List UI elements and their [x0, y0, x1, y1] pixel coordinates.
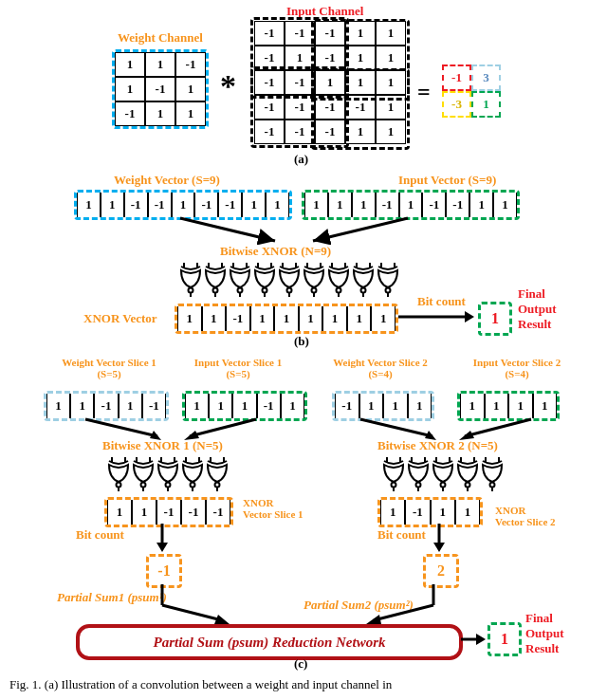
xnor-vector-label: XNOR Vector — [83, 311, 157, 326]
svg-line-22 — [190, 419, 256, 436]
xnor-gate-row-c1 — [106, 453, 230, 491]
svg-point-27 — [141, 483, 146, 488]
cell: 1 — [493, 193, 517, 217]
svg-point-37 — [416, 483, 421, 488]
final-output-c-line3: Result — [525, 641, 559, 656]
cell: 1 — [352, 193, 376, 217]
xnor-gate-icon — [156, 453, 180, 491]
cell: -1 — [335, 394, 359, 418]
cell: -1 — [257, 394, 281, 418]
svg-point-43 — [490, 483, 495, 488]
cell: -1 — [218, 193, 242, 217]
xnor-slice1-label: XNOR Vector Slice 1 — [243, 497, 304, 520]
cell: -1 — [94, 394, 118, 418]
iv1-label: Input Vector Slice 1 (S=5) — [167, 357, 309, 379]
xnor-gate-row — [178, 259, 400, 297]
svg-point-31 — [191, 483, 195, 488]
arrow-icon — [341, 417, 550, 440]
cell: 1 — [119, 394, 142, 418]
final-output-line1: Final — [518, 286, 545, 302]
cell: 1 — [455, 500, 480, 525]
cell: 1 — [274, 306, 299, 331]
cell: 1 — [185, 394, 209, 418]
svg-point-18 — [386, 288, 391, 293]
bitcount-c1-label: Bit count — [76, 527, 124, 543]
svg-point-41 — [466, 483, 470, 488]
result-bl: -3 — [442, 91, 471, 118]
cell: 1 — [266, 193, 289, 217]
cell: 1 — [202, 306, 227, 331]
psum1-label: Partial Sum1 (psum¹) — [57, 590, 167, 605]
figure-caption: Fig. 1. (a) Illustration of a convolutio… — [9, 677, 598, 692]
svg-point-4 — [213, 288, 218, 293]
psum2-box: 2 — [423, 554, 459, 588]
cell: -1 — [156, 500, 181, 525]
xnor-gate-row-c2 — [381, 453, 505, 491]
xnor-gate-icon — [205, 453, 230, 491]
cell: -1 — [115, 101, 145, 126]
final-output-c-line2: Output — [525, 626, 563, 641]
arrow-icon — [66, 417, 275, 440]
arrow-icon — [398, 309, 474, 324]
psum-reduction-label: Partial Sum (psum) Reduction Network — [153, 635, 385, 651]
cell: 1 — [232, 394, 256, 418]
cell: 1 — [431, 500, 455, 525]
xnor-gate-icon — [106, 453, 131, 491]
cell: 1 — [115, 52, 145, 77]
xnor-gate-icon — [351, 259, 376, 297]
xnor-gate-icon — [480, 453, 505, 491]
psum1-value: -1 — [149, 557, 179, 585]
cell: 1 — [107, 500, 132, 525]
cell: -1 — [124, 193, 148, 217]
svg-point-10 — [287, 288, 292, 293]
cell: 1 — [371, 306, 395, 331]
equals-operator: = — [417, 80, 431, 105]
xnor-gate-icon — [131, 453, 156, 491]
xnor-gate-icon — [376, 259, 400, 297]
arrow-icon — [461, 632, 486, 647]
arrow-icon — [360, 584, 440, 626]
bx2-label: Bitwise XNOR 2 (N=5) — [377, 438, 498, 453]
cell: 1 — [299, 306, 323, 331]
svg-line-23 — [360, 419, 432, 436]
cell: -1 — [181, 500, 206, 525]
result-matrix-2x2: -1 3 -3 1 — [442, 64, 501, 118]
cell: 1 — [359, 394, 384, 418]
cell: -1 — [148, 193, 172, 217]
svg-point-25 — [117, 483, 121, 488]
cell: 1 — [485, 394, 509, 418]
svg-point-14 — [337, 288, 341, 293]
svg-line-24 — [465, 419, 531, 436]
cell: -1 — [376, 193, 399, 217]
cell: 1 — [175, 77, 206, 101]
cell: 1 — [250, 306, 275, 331]
bitcount-label-b: Bit count — [417, 294, 466, 309]
svg-point-39 — [441, 483, 446, 488]
cell: 1 — [132, 500, 156, 525]
xnor-gate-icon — [381, 453, 406, 491]
weight-vector-label: Weight Vector (S=9) — [114, 173, 220, 188]
cell: -1 — [226, 306, 250, 331]
wv2-label: Weight Vector Slice 2 (S=4) — [309, 357, 451, 379]
svg-line-48 — [162, 605, 222, 620]
svg-point-29 — [166, 483, 171, 488]
xnor-slice-2: 1 -1 1 1 — [377, 497, 483, 527]
cell: -1 — [405, 500, 430, 525]
psum2-value: 2 — [426, 557, 456, 585]
cell: 1 — [115, 77, 145, 101]
svg-point-6 — [238, 288, 243, 293]
arrow-icon — [156, 524, 169, 552]
sliding-frame-br — [311, 68, 410, 150]
final-output-b: 1 — [478, 302, 512, 336]
cell: 1 — [508, 394, 533, 418]
xnor-gate-icon — [178, 259, 203, 297]
cell: 1 — [380, 500, 405, 525]
bitcount-c2-label: Bit count — [377, 527, 426, 543]
bitwise-xnor-label: Bitwise XNOR (N=9) — [220, 244, 331, 259]
cell: 1 — [70, 394, 94, 418]
cell: 1 — [399, 193, 423, 217]
cell: -1 — [206, 500, 230, 525]
final-output-c-line1: Final — [525, 611, 553, 626]
cell: 1 — [469, 193, 493, 217]
xnor-gate-icon — [180, 453, 205, 491]
